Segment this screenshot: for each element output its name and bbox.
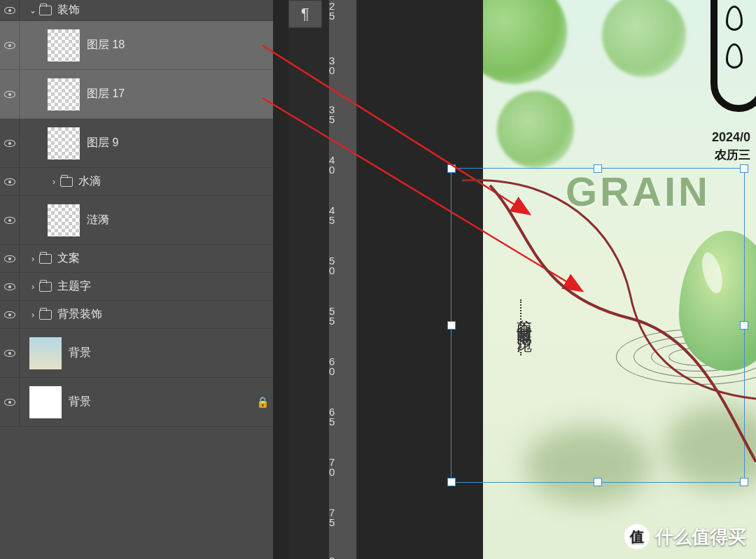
layer-row[interactable]: 背景: [0, 329, 273, 378]
chevron-right-icon: ›: [31, 254, 34, 264]
layer-row[interactable]: 背景 🔒: [0, 378, 273, 427]
visibility-toggle[interactable]: [0, 70, 20, 118]
layer-label: 装饰: [57, 3, 273, 17]
visibility-toggle[interactable]: [0, 273, 20, 300]
layer-label: 图层 9: [87, 136, 273, 150]
date-text: 2024/0: [712, 130, 750, 145]
layer-label: 背景: [69, 346, 273, 360]
layer-group-row[interactable]: › 主题字: [0, 273, 273, 301]
layer-thumbnail: [48, 204, 80, 236]
vertical-ruler[interactable]: 25 30 35 40 45 50 55 60 65 70 75 8: [329, 0, 357, 559]
layer-thumbnail: [48, 127, 80, 160]
layer-label: 主题字: [57, 279, 273, 294]
eye-icon: [4, 178, 15, 185]
date-subtitle: 农历三: [715, 147, 750, 163]
chevron-right-icon: ›: [31, 282, 34, 292]
eye-icon: [4, 255, 15, 262]
layer-label: 文案: [57, 251, 273, 266]
collapse-toggle[interactable]: ›: [27, 254, 39, 264]
layer-group-row[interactable]: › 水滴: [0, 168, 273, 196]
pilcrow-icon: ¶: [301, 5, 309, 23]
layer-row[interactable]: 图层 17: [0, 70, 273, 119]
document-artboard[interactable]: 2024/0 农历三: [483, 0, 756, 559]
layer-group-row[interactable]: › 文案: [0, 245, 273, 273]
collapse-toggle[interactable]: ›: [48, 177, 60, 187]
folder-icon: [39, 254, 52, 264]
raindrop-icon: [726, 6, 743, 31]
blur-blob: [525, 427, 651, 504]
layer-label: 图层 18: [87, 38, 273, 52]
chevron-down-icon: ⌄: [29, 6, 36, 15]
visibility-toggle[interactable]: [0, 168, 20, 195]
layer-label: 水滴: [78, 174, 273, 189]
visibility-toggle[interactable]: [0, 119, 20, 167]
vertical-poem-text: 谷雨时节雨滂沱: [514, 308, 535, 327]
layer-row[interactable]: 涟漪: [0, 196, 273, 245]
foliage-art: [602, 0, 686, 77]
layer-thumbnail: [48, 29, 80, 62]
raindrop-icon: [726, 43, 743, 69]
watermark-text: 什么值得买: [655, 525, 746, 549]
waterdrop-art: [679, 231, 756, 371]
layer-label: 背景装饰: [57, 307, 273, 322]
lock-icon[interactable]: 🔒: [252, 396, 273, 409]
folder-icon: [60, 177, 73, 187]
collapse-toggle[interactable]: ⌄: [27, 6, 39, 15]
folder-icon: [39, 282, 52, 292]
blur-blob: [665, 406, 756, 490]
eye-icon: [4, 91, 15, 98]
collapse-toggle[interactable]: ›: [27, 282, 39, 292]
layer-thumbnail: [48, 78, 80, 111]
layers-panel: ⌄ 装饰 图层 18 图层 17 图层 9 › 水滴 涟漪: [0, 0, 273, 559]
eye-icon: [4, 399, 15, 406]
watermark: 值 什么值得买: [624, 524, 746, 549]
folder-icon: [39, 310, 52, 320]
visibility-toggle[interactable]: [0, 329, 20, 377]
layer-row[interactable]: 图层 9: [0, 119, 273, 168]
layer-group-row[interactable]: › 背景装饰: [0, 301, 273, 329]
paragraph-marks-button[interactable]: ¶: [288, 0, 322, 28]
eye-icon: [4, 311, 15, 318]
eye-icon: [4, 350, 15, 357]
layer-label: 涟漪: [87, 213, 273, 227]
visibility-toggle[interactable]: [0, 378, 20, 426]
eye-icon: [4, 42, 15, 49]
panel-divider[interactable]: [273, 0, 288, 559]
visibility-toggle[interactable]: [0, 196, 20, 244]
chevron-right-icon: ›: [52, 177, 55, 187]
chevron-right-icon: ›: [31, 310, 34, 320]
foliage-art: [483, 0, 567, 84]
eye-icon: [4, 217, 15, 224]
layer-thumbnail: [29, 337, 62, 369]
visibility-toggle[interactable]: [0, 0, 20, 20]
visibility-toggle[interactable]: [0, 301, 20, 328]
title-frame-art: [710, 0, 756, 112]
visibility-toggle[interactable]: [0, 21, 20, 69]
folder-icon: [39, 6, 52, 15]
collapse-toggle[interactable]: ›: [27, 310, 39, 320]
headline-text: GRAIN: [566, 168, 710, 215]
watermark-badge: 值: [624, 524, 650, 549]
eye-icon: [4, 7, 15, 14]
visibility-toggle[interactable]: [0, 245, 20, 272]
eye-icon: [4, 140, 15, 147]
layer-label: 背景: [69, 395, 252, 409]
layer-group-row[interactable]: ⌄ 装饰: [0, 0, 273, 21]
foliage-art: [497, 91, 574, 168]
layer-row[interactable]: 图层 18: [0, 21, 273, 70]
eye-icon: [4, 283, 15, 290]
layer-label: 图层 17: [87, 87, 273, 101]
layer-thumbnail: [29, 386, 62, 418]
